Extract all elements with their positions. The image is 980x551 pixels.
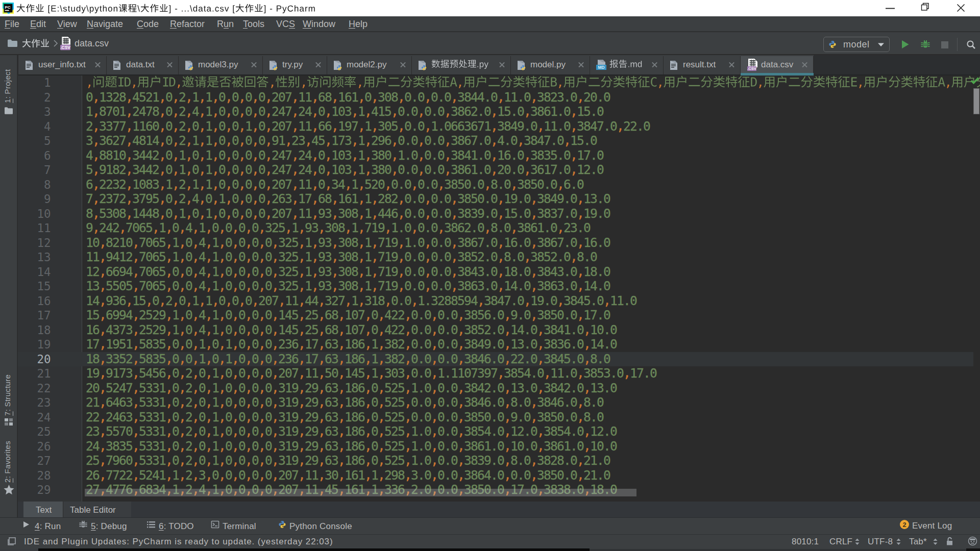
svg-text:.CSV: .CSV <box>747 66 757 71</box>
svg-text:.CSV: .CSV <box>60 45 70 50</box>
svg-text:PC: PC <box>5 5 10 10</box>
svg-text:MD: MD <box>598 65 604 70</box>
